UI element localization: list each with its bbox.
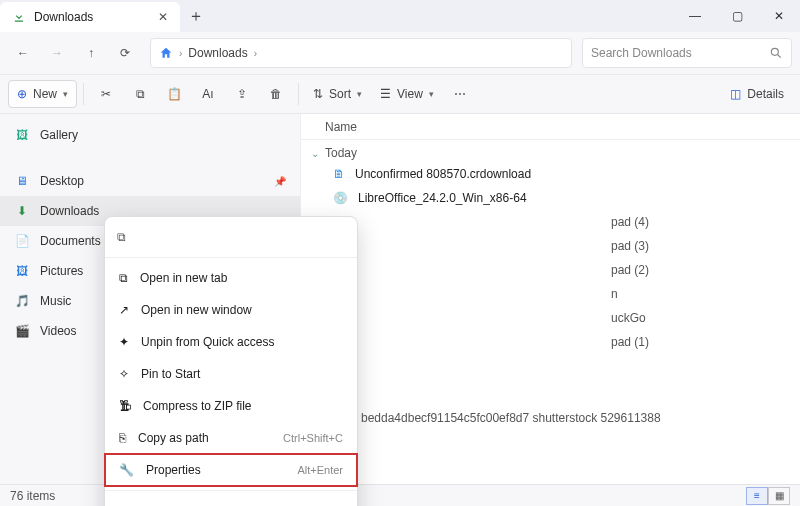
- videos-icon: 🎬: [14, 324, 30, 338]
- more-icon: ⋯: [454, 87, 466, 101]
- ctx-label: Compress to ZIP file: [143, 399, 251, 413]
- view-button[interactable]: ☰ View ▾: [372, 80, 442, 108]
- sort-label: Sort: [329, 87, 351, 101]
- rename-button[interactable]: Aı: [192, 80, 224, 108]
- file-row[interactable]: 🗎 Unconfirmed 808570.crdownload: [301, 162, 800, 186]
- file-icon: 🗎: [333, 167, 345, 181]
- tab-icon: ⧉: [119, 271, 128, 285]
- sidebar-item-label: Videos: [40, 324, 76, 338]
- sidebar-item-gallery[interactable]: 🖼 Gallery: [0, 120, 300, 150]
- unpin-icon: ✦: [119, 335, 129, 349]
- separator: [105, 257, 357, 258]
- ctx-label: Properties: [146, 463, 201, 477]
- ctx-label: Open in new window: [141, 303, 252, 317]
- sidebar-item-label: Desktop: [40, 174, 84, 188]
- refresh-button[interactable]: ⟳: [110, 38, 140, 68]
- search-input[interactable]: Search Downloads: [582, 38, 792, 68]
- view-icon: ☰: [380, 87, 391, 101]
- status-item-count: 76 items: [10, 489, 55, 503]
- copy-icon[interactable]: ⧉: [117, 230, 126, 244]
- group-label: Today: [325, 146, 357, 160]
- chevron-down-icon: ⌄: [311, 148, 319, 159]
- add-tab-button[interactable]: ＋: [180, 0, 212, 32]
- context-quick-actions: ⧉: [105, 221, 357, 253]
- chevron-right-icon: ›: [254, 48, 257, 59]
- search-placeholder: Search Downloads: [591, 46, 692, 60]
- path-icon: ⎘: [119, 431, 126, 445]
- pin-icon: 📌: [274, 176, 286, 187]
- ctx-properties[interactable]: 🔧 Properties Alt+Enter: [105, 454, 357, 486]
- file-list: Name ⌄ Today 🗎 Unconfirmed 808570.crdown…: [300, 114, 800, 484]
- ctx-label: Copy as path: [138, 431, 209, 445]
- svg-point-0: [771, 48, 778, 55]
- more-button[interactable]: ⋯: [444, 80, 476, 108]
- cut-button[interactable]: ✂: [90, 80, 122, 108]
- view-grid-button[interactable]: ▦: [768, 487, 790, 505]
- back-button[interactable]: ←: [8, 38, 38, 68]
- breadcrumb-current: Downloads: [188, 46, 247, 60]
- up-button[interactable]: ↑: [76, 38, 106, 68]
- file-row-peek: pad (2): [301, 258, 800, 282]
- new-button[interactable]: ⊕ New ▾: [8, 80, 77, 108]
- view-details-button[interactable]: ≡: [746, 487, 768, 505]
- copy-button[interactable]: ⧉: [124, 80, 156, 108]
- ctx-pin-to-start[interactable]: ✧ Pin to Start: [105, 358, 357, 390]
- sort-icon: ⇅: [313, 87, 323, 101]
- file-row[interactable]: 💿 LibreOffice_24.2.0_Win_x86-64: [301, 186, 800, 210]
- copy-icon: ⧉: [136, 87, 145, 101]
- context-menu: ⧉ ⧉ Open in new tab ↗ Open in new window…: [104, 216, 358, 506]
- cut-icon: ✂: [101, 87, 111, 101]
- breadcrumb[interactable]: › Downloads ›: [150, 38, 572, 68]
- sidebar-item-desktop[interactable]: 🖥 Desktop 📌: [0, 166, 300, 196]
- title-bar: Downloads ✕ ＋ — ▢ ✕: [0, 0, 800, 32]
- chevron-down-icon: ▾: [63, 89, 68, 99]
- ctx-open-new-window[interactable]: ↗ Open in new window: [105, 294, 357, 326]
- close-window-button[interactable]: ✕: [758, 0, 800, 32]
- close-tab-icon[interactable]: ✕: [158, 10, 168, 24]
- ctx-unpin-quick-access[interactable]: ✦ Unpin from Quick access: [105, 326, 357, 358]
- chevron-right-icon: ›: [179, 48, 182, 59]
- paste-button[interactable]: 📋: [158, 80, 190, 108]
- share-button[interactable]: ⇪: [226, 80, 258, 108]
- sort-button[interactable]: ⇅ Sort ▾: [305, 80, 370, 108]
- installer-icon: 💿: [333, 191, 348, 205]
- ctx-copy-as-path[interactable]: ⎘ Copy as path Ctrl+Shift+C: [105, 422, 357, 454]
- maximize-button[interactable]: ▢: [716, 0, 758, 32]
- details-pane-icon: ◫: [730, 87, 741, 101]
- nav-row: ← → ↑ ⟳ › Downloads › Search Downloads: [0, 32, 800, 74]
- tab-downloads[interactable]: Downloads ✕: [0, 2, 180, 32]
- shortcut-label: Ctrl+Shift+C: [283, 432, 343, 444]
- sidebar-item-label: Documents: [40, 234, 101, 248]
- file-row-peek: pad (3): [301, 234, 800, 258]
- file-name: LibreOffice_24.2.0_Win_x86-64: [358, 191, 527, 205]
- ctx-open-terminal[interactable]: ▣ Open in Terminal: [105, 495, 357, 506]
- sidebar-item-label: Gallery: [40, 128, 78, 142]
- sidebar-item-label: Pictures: [40, 264, 83, 278]
- group-today[interactable]: ⌄ Today: [301, 140, 800, 162]
- file-row-peek: uckGo: [301, 306, 800, 330]
- ctx-label: Unpin from Quick access: [141, 335, 274, 349]
- file-row-peek: pad (1): [301, 330, 800, 354]
- gallery-icon: 🖼: [14, 128, 30, 142]
- file-row-peek: bedda4dbecf91154c5fc00ef8d7 shutterstock…: [301, 406, 800, 430]
- separator: [83, 83, 84, 105]
- svg-line-1: [778, 55, 781, 58]
- ctx-compress-zip[interactable]: 🗜 Compress to ZIP file: [105, 390, 357, 422]
- zip-icon: 🗜: [119, 399, 131, 413]
- wrench-icon: 🔧: [119, 463, 134, 477]
- file-name: Unconfirmed 808570.crdownload: [355, 167, 531, 181]
- forward-button[interactable]: →: [42, 38, 72, 68]
- pin-icon: ✧: [119, 367, 129, 381]
- download-icon: ⬇: [14, 204, 30, 218]
- file-row-peek: pad (4): [301, 210, 800, 234]
- details-label: Details: [747, 87, 784, 101]
- column-header-name[interactable]: Name: [301, 114, 800, 140]
- pictures-icon: 🖼: [14, 264, 30, 278]
- minimize-button[interactable]: —: [674, 0, 716, 32]
- ctx-open-new-tab[interactable]: ⧉ Open in new tab: [105, 262, 357, 294]
- delete-button[interactable]: 🗑: [260, 80, 292, 108]
- new-label: New: [33, 87, 57, 101]
- details-button[interactable]: ◫ Details: [722, 80, 792, 108]
- tab-title: Downloads: [34, 10, 93, 24]
- paste-icon: 📋: [167, 87, 182, 101]
